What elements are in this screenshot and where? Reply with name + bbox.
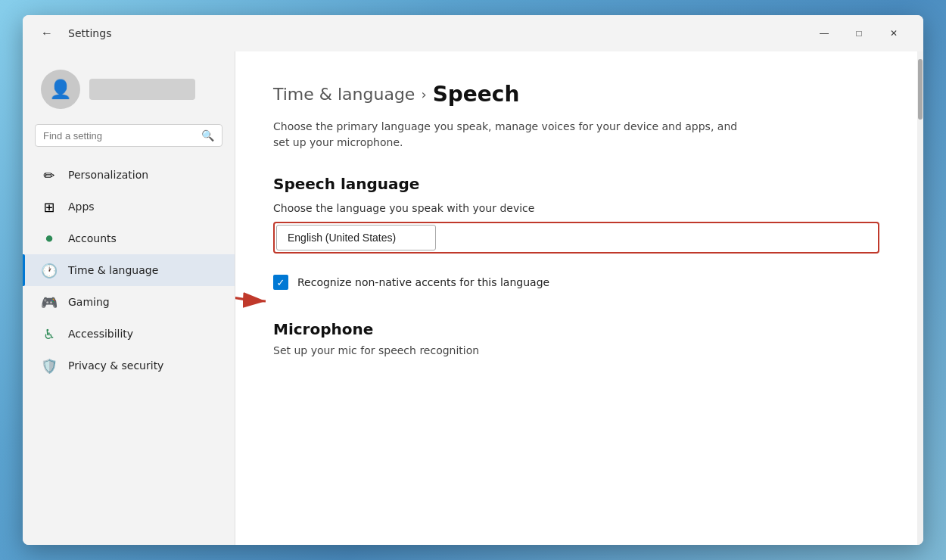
scrollbar-track[interactable] xyxy=(917,51,923,545)
non-native-accents-checkbox[interactable]: ✓ xyxy=(273,275,288,290)
window-controls: — □ ✕ xyxy=(807,21,911,45)
language-select[interactable]: English (United States) English (United … xyxy=(276,225,436,250)
search-input[interactable] xyxy=(43,130,195,142)
microphone-heading: Microphone xyxy=(273,320,879,338)
title-bar: ← Settings — □ ✕ xyxy=(23,15,923,51)
sidebar-item-personalization[interactable]: ✏️ Personalization xyxy=(23,159,235,191)
search-box[interactable]: 🔍 xyxy=(35,124,222,147)
settings-window: ← Settings — □ ✕ 👤 🔍 ✏ xyxy=(23,15,923,545)
scrollbar-thumb[interactable] xyxy=(918,59,923,120)
microphone-description: Set up your mic for speech recognition xyxy=(273,344,879,356)
sidebar: 👤 🔍 ✏️ Personalization ⊞ Apps ⚫ Accounts xyxy=(23,51,235,545)
non-native-accents-label: Recognize non-native accents for this la… xyxy=(297,276,549,288)
sidebar-item-label: Gaming xyxy=(68,296,110,308)
speech-language-heading: Speech language xyxy=(273,175,879,193)
checkbox-row: ✓ Recognize non-native accents for this … xyxy=(273,275,879,290)
avatar: 👤 xyxy=(41,70,80,109)
sidebar-item-label: Accessibility xyxy=(68,328,133,340)
sidebar-item-accessibility[interactable]: ♿ Accessibility xyxy=(23,318,235,350)
sidebar-item-label: Time & language xyxy=(68,264,158,276)
speech-language-sublabel: Choose the language you speak with your … xyxy=(273,202,879,214)
breadcrumb: Time & language › Speech xyxy=(273,82,879,107)
user-profile: 👤 xyxy=(23,64,235,124)
arrow-annotation xyxy=(235,252,303,320)
sidebar-item-apps[interactable]: ⊞ Apps xyxy=(23,191,235,222)
language-select-wrapper[interactable]: English (United States) English (United … xyxy=(273,222,879,254)
window-title: Settings xyxy=(68,27,111,39)
search-icon: 🔍 xyxy=(201,129,214,142)
username-placeholder xyxy=(89,79,195,100)
back-button[interactable]: ← xyxy=(35,21,59,45)
avatar-icon: 👤 xyxy=(49,79,72,100)
page-description: Choose the primary language you speak, m… xyxy=(273,119,742,151)
minimize-button[interactable]: — xyxy=(807,21,842,45)
time-language-icon: 🕐 xyxy=(41,262,58,278)
title-bar-left: ← Settings xyxy=(35,21,111,45)
sidebar-item-accounts[interactable]: ⚫ Accounts xyxy=(23,222,235,254)
sidebar-item-time-language[interactable]: 🕐 Time & language xyxy=(23,254,235,286)
sidebar-item-gaming[interactable]: 🎮 Gaming xyxy=(23,286,235,318)
breadcrumb-separator: › xyxy=(421,86,426,102)
accessibility-icon: ♿ xyxy=(41,325,58,342)
maximize-button[interactable]: □ xyxy=(842,21,876,45)
main-content: 👤 🔍 ✏️ Personalization ⊞ Apps ⚫ Accounts xyxy=(23,51,923,545)
privacy-security-icon: 🛡️ xyxy=(41,357,58,374)
close-button[interactable]: ✕ xyxy=(876,21,911,45)
apps-icon: ⊞ xyxy=(41,198,58,215)
sidebar-item-label: Personalization xyxy=(68,169,148,181)
sidebar-item-label: Apps xyxy=(68,201,95,213)
content-area: Time & language › Speech Choose the prim… xyxy=(235,51,917,545)
gaming-icon: 🎮 xyxy=(41,294,58,310)
checkbox-checkmark: ✓ xyxy=(277,277,285,288)
sidebar-item-label: Accounts xyxy=(68,232,117,244)
breadcrumb-current: Speech xyxy=(433,82,520,107)
breadcrumb-parent: Time & language xyxy=(273,85,415,104)
sidebar-item-privacy-security[interactable]: 🛡️ Privacy & security xyxy=(23,350,235,381)
personalization-icon: ✏️ xyxy=(41,166,58,183)
sidebar-item-label: Privacy & security xyxy=(68,359,163,372)
accounts-icon: ⚫ xyxy=(41,230,58,247)
